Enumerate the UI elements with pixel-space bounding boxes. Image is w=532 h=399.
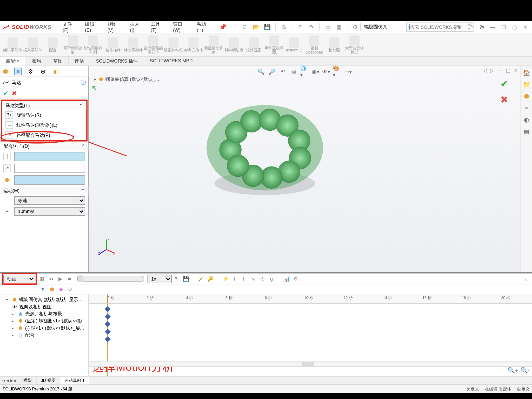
vp-close-icon[interactable]: ✕ xyxy=(514,68,518,74)
zoom-fit-icon[interactable]: 🔍 xyxy=(256,67,265,76)
rb-move[interactable]: 移动零部件 xyxy=(123,34,143,56)
spring-tool-icon[interactable]: ⌇ xyxy=(230,275,239,283)
stop-icon[interactable]: ■ xyxy=(65,275,74,283)
gravity-tool-icon[interactable]: g xyxy=(267,275,276,283)
rb-bom[interactable]: 材料明细表 xyxy=(224,34,244,56)
play-start-icon[interactable]: ⏮ xyxy=(47,275,55,283)
damper-tool-icon[interactable]: ⫰ xyxy=(240,275,248,283)
keyframe[interactable] xyxy=(105,329,111,335)
rb-show-hide[interactable]: 显示隐藏的零部件 xyxy=(143,34,163,56)
calculate-icon[interactable]: ▦ xyxy=(38,275,46,283)
rb-snapshot[interactable]: 拍快照 xyxy=(324,34,344,56)
wizard-icon[interactable]: 🪄 xyxy=(197,275,205,283)
rb-insert-component[interactable]: 插入零部件 xyxy=(23,34,43,56)
study-type-select[interactable]: 动画 xyxy=(3,275,35,283)
tab-sketch[interactable]: 草图 xyxy=(47,57,69,66)
rb-smart-fastener[interactable]: 智能扣件 xyxy=(103,34,123,56)
explorer-icon[interactable]: ≡ xyxy=(522,104,531,112)
help-icon[interactable]: ⓘ xyxy=(81,79,86,86)
accept-icon[interactable]: ✔ xyxy=(500,79,508,90)
appearances-icon[interactable]: ▦ xyxy=(522,127,531,136)
tree-lights[interactable]: ▸◉光源、相机与布景 xyxy=(0,310,88,317)
loop-icon[interactable]: ↻ xyxy=(173,275,181,283)
menu-edit[interactable]: 编辑(E) xyxy=(81,20,104,34)
force-tool-icon[interactable]: ↘ xyxy=(249,275,257,283)
tree-comp-spring[interactable]: ▸⬢(固定) 螺旋圈<1> (默认<<默... xyxy=(0,317,88,324)
timeline-ruler[interactable]: 0 秒 2 秒 4 秒 6 秒 8 秒 10 秒 12 秒 14 秒 16 秒 … xyxy=(89,294,532,303)
tree-root[interactable]: ▾⬢螺旋圈仿真 (默认<默认_显示状态 xyxy=(0,296,88,303)
save-icon[interactable]: 💾 xyxy=(262,22,272,31)
key-filter-icon[interactable]: ◆ xyxy=(57,285,65,293)
menu-file[interactable]: 文件(F) xyxy=(59,20,81,34)
options-icon[interactable]: ⚙ xyxy=(350,22,360,31)
keyframe[interactable] xyxy=(105,314,111,320)
graphics-viewport[interactable]: 🔍 🔎 ↶ ▤ 🧊▾ ▦▾ 👁▾ 🎨▾ ▭▾ ◁ ▷ — ▢ ✕ ▸ ⬢ 螺旋 xyxy=(89,66,520,272)
dimxpert-tab-icon[interactable]: ⊕ xyxy=(39,68,47,75)
ok-button[interactable]: ✔ xyxy=(3,90,8,97)
keyframe[interactable] xyxy=(105,306,111,312)
component-selection-1[interactable] xyxy=(14,152,85,161)
rb-edit-component[interactable]: 编辑零部件 xyxy=(3,34,23,56)
keyframe[interactable] xyxy=(105,336,111,342)
rb-large-asm[interactable]: 大型装配体模式 xyxy=(344,34,364,56)
help-search[interactable]: 🔍▾ xyxy=(407,22,474,31)
driven-filter-icon[interactable]: ⟳ xyxy=(66,285,75,293)
rb-ref-geo[interactable]: 参考几何体 xyxy=(183,34,203,56)
option-path-motor[interactable]: ↗路径配合马达(P) xyxy=(2,130,86,140)
appearance-icon[interactable]: 🎨▾ xyxy=(333,67,342,76)
menu-insert[interactable]: 插入(I) xyxy=(126,20,147,34)
zoom-out-icon[interactable]: 🔍- xyxy=(521,367,530,374)
new-icon[interactable]: 🗋 xyxy=(240,22,250,31)
keyframe[interactable] xyxy=(105,321,111,327)
key-icon[interactable]: 🔑 xyxy=(206,275,215,283)
rb-asm-feature[interactable]: 装配体特征 xyxy=(163,34,183,56)
rb-pattern[interactable]: 线性零部件阵列 xyxy=(83,34,103,56)
tab-addins[interactable]: SOLIDWORKS 插件 xyxy=(90,57,144,66)
select-icon[interactable]: ▭ xyxy=(323,22,333,31)
view-orient-icon[interactable]: 🧊▾ xyxy=(300,67,309,76)
display-style-icon[interactable]: ▦▾ xyxy=(311,67,320,76)
tree-mates[interactable]: ▸⛓配合 xyxy=(0,332,88,339)
motion-type-select[interactable]: 等速 xyxy=(14,196,85,205)
status-custom[interactable]: 自定义 xyxy=(517,386,529,392)
prev-view-icon[interactable]: ↶ xyxy=(278,67,287,76)
view-tab-model[interactable]: 模型 xyxy=(19,377,36,384)
rb-mate[interactable]: 配合 xyxy=(43,34,63,56)
tab-next-icon[interactable]: ▶ xyxy=(10,378,13,383)
save-anim-icon[interactable]: 💾 xyxy=(182,275,190,283)
menu-window[interactable]: 窗口(W) xyxy=(169,20,193,34)
close-button[interactable]: ✕ xyxy=(521,23,530,31)
play-icon[interactable]: ▶ xyxy=(56,275,64,283)
section-direction[interactable]: 配合/方向(D)⌃ xyxy=(0,142,88,151)
tab-first-icon[interactable]: ⏮ xyxy=(2,378,5,383)
menu-help[interactable]: 帮助(H) xyxy=(193,20,216,34)
menu-view[interactable]: 视图(V) xyxy=(104,20,126,34)
vp-back-icon[interactable]: ◁ xyxy=(483,68,487,74)
view-tab-motion1[interactable]: 运动算例 1 xyxy=(60,377,89,384)
h-scrollbar[interactable] xyxy=(89,361,532,367)
results-icon[interactable]: 📊 xyxy=(282,275,291,283)
rb-preview[interactable]: 零部件预览窗 xyxy=(63,34,83,56)
section-motor-type[interactable]: 马达类型(T)⌃ xyxy=(2,101,86,110)
home-icon[interactable]: 🏠 xyxy=(522,69,531,77)
featuretree-tab-icon[interactable]: ⬢ xyxy=(2,68,9,75)
timeline-tracks[interactable]: 0 秒 2 秒 4 秒 6 秒 8 秒 10 秒 12 秒 14 秒 16 秒 … xyxy=(89,294,532,376)
section-icon[interactable]: ▤ xyxy=(289,67,298,76)
tab-prev-icon[interactable]: ◀ xyxy=(6,378,9,383)
view-palette-icon[interactable]: ◐ xyxy=(522,116,531,124)
redo-icon[interactable]: ↷ xyxy=(306,22,316,31)
rb-explode-lines[interactable]: 爆炸直线草图 xyxy=(264,34,284,56)
open-icon[interactable]: 📂 xyxy=(251,22,261,31)
configmgr-tab-icon[interactable]: ⚙ xyxy=(27,68,34,75)
rebuild-icon[interactable]: ▦ xyxy=(334,22,344,31)
document-name-input[interactable] xyxy=(360,23,406,31)
tab-layout[interactable]: 布局 xyxy=(26,57,47,66)
rb-instant3d[interactable]: Instant3D xyxy=(284,34,304,56)
scene-icon[interactable]: ▭▾ xyxy=(344,67,353,76)
print-icon[interactable]: 🖶 xyxy=(279,22,289,31)
component-selection-2[interactable] xyxy=(14,164,85,173)
rb-exploded[interactable]: 爆炸视图 xyxy=(244,34,264,56)
contact-tool-icon[interactable]: ◎ xyxy=(258,275,267,283)
component-selection-3[interactable] xyxy=(14,175,85,184)
tab-last-icon[interactable]: ⏭ xyxy=(14,378,18,383)
